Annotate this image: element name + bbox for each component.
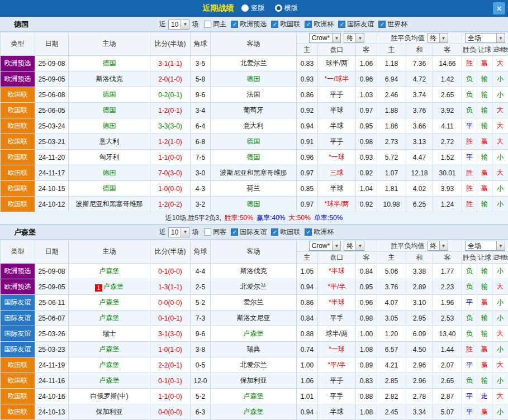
- radio-vertical[interactable]: 竖版: [241, 3, 264, 13]
- filter-checkbox-same-home[interactable]: 同主: [204, 20, 226, 29]
- filter-checkbox-worldcup[interactable]: 世界杯: [378, 20, 407, 29]
- results-tbody: 欧洲预选 25-09-08 德国 3-1(1-1) 3-5 北爱尔兰 0.83 …: [1, 56, 508, 212]
- scope-select[interactable]: 全场▼: [465, 33, 505, 43]
- competition-type-badge: 欧洲预选: [1, 56, 35, 71]
- avg-draw-odds: 2.96: [406, 373, 433, 389]
- match-row: 欧国联 24-11-20 匈牙利 1-1(0-0) 7-5 德国 0.96 *一…: [1, 150, 508, 165]
- avg-stage-select[interactable]: 终▼: [428, 33, 448, 43]
- away-team-name: 卢森堡: [244, 392, 264, 400]
- close-button[interactable]: ✕: [493, 2, 505, 15]
- avg-home-odds: 6.94: [377, 71, 406, 87]
- handicap-stage-select[interactable]: 终▼: [344, 241, 364, 251]
- dialog-titlebar: 近期战绩 竖版 横版 ✕: [0, 0, 508, 17]
- competition-type-badge: 欧国联: [1, 118, 35, 134]
- col-header-avg-draw: 和: [406, 44, 433, 56]
- recent-count-select[interactable]: 10▼: [168, 20, 189, 30]
- col-header-away: 客场: [211, 32, 297, 56]
- checkbox-label: 欧国联: [280, 20, 300, 29]
- match-date: 24-10-15: [35, 181, 69, 197]
- home-team: 卢森堡: [69, 342, 150, 357]
- handicap-line: *半球: [318, 295, 356, 311]
- home-team-name: 意大利: [99, 137, 120, 145]
- corners: 4-3: [191, 181, 211, 197]
- avg-home-odds: 2.46: [377, 87, 406, 103]
- away-team-name: 卢森堡: [244, 330, 264, 337]
- checkbox-icon: [378, 21, 386, 28]
- score: 1-0(1-0): [150, 342, 191, 357]
- col-header-hcap-away: 客: [356, 44, 377, 56]
- handicap-stage-select[interactable]: 终▼: [344, 33, 364, 43]
- result-handicap: 输: [477, 311, 492, 326]
- result-goals: 大: [492, 165, 508, 181]
- result-winloss: 平: [462, 150, 477, 165]
- summary-cover-rate: 赢率:40%: [257, 213, 285, 223]
- col-header-avg-home: 主: [377, 252, 406, 264]
- results-table: 类型 日期 主场 比分(半场) 角球 客场 Crow*▼ 终▼ 胜平负均值 终▼: [0, 240, 508, 420]
- home-team-name: 德国: [103, 59, 116, 67]
- bookmaker-select[interactable]: Crow*▼: [309, 33, 341, 43]
- away-team-name: 德国: [247, 137, 260, 145]
- home-team: 1卢森堡: [69, 279, 150, 295]
- avg-draw-odds: 2.78: [406, 389, 433, 404]
- filter-checkbox-same-away[interactable]: 同客: [204, 227, 226, 237]
- bookmaker-select[interactable]: Crow*▼: [309, 241, 341, 251]
- result-winloss: 负: [462, 264, 477, 279]
- col-header-goals: 进球数: [492, 252, 508, 264]
- competition-type-badge: 欧国联: [1, 103, 35, 118]
- handicap-away-odds: 0.95: [356, 118, 377, 134]
- col-header-hcap-away: 客: [356, 252, 377, 264]
- away-team: 卢森堡: [211, 404, 297, 420]
- filter-checkbox-friendly[interactable]: 国际友谊: [338, 20, 374, 29]
- filter-checkbox-euro[interactable]: 欧洲杯: [305, 20, 334, 29]
- corners: 4-4: [191, 264, 211, 279]
- home-team: 德国: [69, 181, 150, 197]
- avg-home-odds: 1.81: [377, 181, 406, 197]
- handicap-home-odds: 0.86: [297, 87, 318, 103]
- scope-select[interactable]: 全场▼: [465, 241, 505, 251]
- avg-draw-odds: 4.02: [406, 181, 433, 197]
- away-team-name: 北爱尔兰: [240, 283, 267, 290]
- filter-checkbox-nations-league[interactable]: 欧国联: [271, 20, 300, 29]
- col-header-type: 类型: [1, 240, 35, 264]
- handicap-home-odds: 0.94: [297, 404, 318, 420]
- match-row: 欧国联 24-10-13 保加利亚 0-0(0-0) 6-3 卢森堡 0.94 …: [1, 404, 508, 420]
- score: 2-0(1-0): [150, 71, 191, 87]
- match-date: 25-03-26: [35, 326, 69, 342]
- handicap-filter-cell: Crow*▼ 终▼: [297, 240, 377, 252]
- filter-checkbox-nations-league[interactable]: 欧国联: [271, 227, 300, 237]
- match-date: 24-11-20: [35, 150, 69, 165]
- home-team-name: 卢森堡: [99, 298, 120, 306]
- result-goals: 小: [492, 373, 508, 389]
- col-header-avg-away: 客: [433, 252, 462, 264]
- away-team-name: 德国: [247, 75, 260, 83]
- radio-icon: [241, 4, 249, 12]
- checkbox-icon: [271, 228, 278, 236]
- home-team-name: 德国: [103, 90, 116, 98]
- handicap-filter-cell: Crow*▼ 终▼: [297, 32, 377, 44]
- filter-checkbox-friendly[interactable]: 国际友谊: [231, 227, 267, 237]
- result-handicap: 输: [477, 118, 492, 134]
- competition-type-badge: 国际友谊: [1, 342, 35, 357]
- match-date: 25-09-05: [35, 279, 69, 295]
- filter-checkbox-euro[interactable]: 欧洲杯: [305, 227, 334, 237]
- filter-checkbox-euro-qualifier[interactable]: 欧洲预选: [231, 20, 267, 29]
- handicap-away-odds: 1.00: [356, 326, 377, 342]
- summary-odd-rate: 单率:50%: [314, 213, 343, 223]
- result-handicap: 赢: [477, 404, 492, 420]
- avg-home-odds: 2.82: [377, 389, 406, 404]
- avg-stage-select[interactable]: 终▼: [428, 241, 448, 251]
- avg-filter-cell: 胜平负均值 终▼: [377, 32, 462, 44]
- avg-home-odds: 1.18: [377, 56, 406, 71]
- away-team-name: 法国: [247, 90, 260, 98]
- team-name: 卢森堡: [14, 227, 159, 237]
- competition-type-badge: 欧国联: [1, 389, 35, 404]
- match-row: 国际友谊 25-03-26 瑞士 3-1(3-0) 9-6 卢森堡 0.88 球…: [1, 326, 508, 342]
- away-team: 葡萄牙: [211, 103, 297, 118]
- checkbox-icon: [271, 21, 278, 28]
- recent-count-select[interactable]: 10▼: [168, 227, 189, 237]
- handicap-home-odds: 0.91: [297, 134, 318, 150]
- handicap-home-odds: 0.97: [297, 165, 318, 181]
- radio-horizontal[interactable]: 横版: [275, 3, 298, 13]
- result-goals: 小: [492, 181, 508, 197]
- home-team-name: 瑞士: [103, 330, 116, 337]
